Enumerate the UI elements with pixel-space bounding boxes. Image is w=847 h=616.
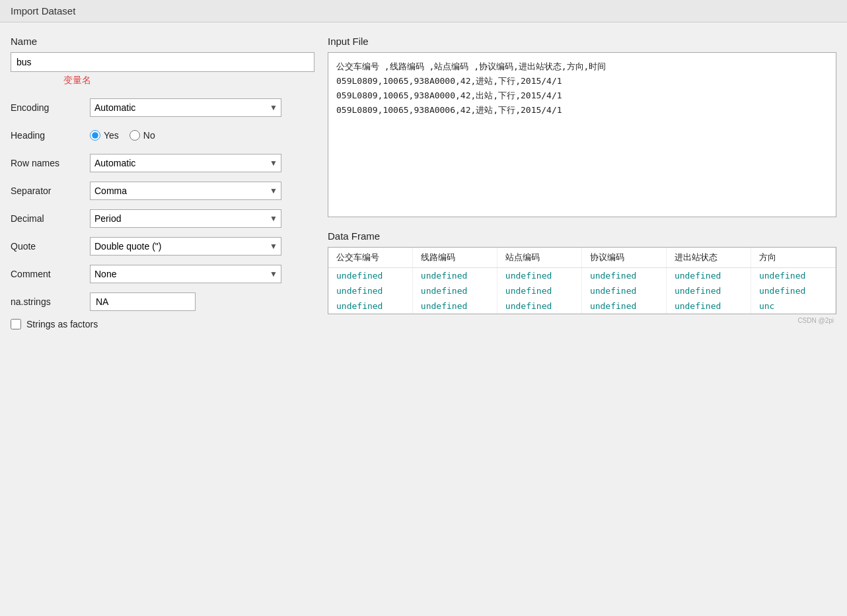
encoding-select-wrapper: Automatic UTF-8 Latin-1 ▼ [90,98,281,117]
watermark: CSDN @2pi [328,317,836,324]
strings-as-factors-checkbox[interactable] [11,319,21,329]
encoding-label: Encoding [11,102,90,113]
data-frame-table-wrapper: 公交车编号线路编码站点编码协议编码进出站状态方向undefinedundefin… [328,247,836,314]
decimal-select-wrapper: Period Comma ▼ [90,209,281,228]
decimal-select[interactable]: Period Comma [90,209,281,228]
table-row: undefinedundefinedundefinedundefinedunde… [328,298,836,314]
table-cell: undefined [328,268,412,284]
table-cell: undefined [328,298,412,314]
quote-select[interactable]: Double quote (") Single quote (') None [90,237,281,256]
table-cell: undefined [581,298,666,314]
data-frame-label: Data Frame [328,230,836,242]
table-row: undefinedundefinedundefinedundefinedunde… [328,283,836,298]
left-panel: Name 变量名 Encoding Automatic UTF-8 Latin-… [11,36,314,329]
heading-no-label: No [143,130,155,141]
name-input[interactable] [11,52,314,72]
right-panel: Input File 公交车编号 ,线路编码 ,站点编码 ,协议编码,进出站状态… [328,36,836,329]
data-frame-section: Data Frame 公交车编号线路编码站点编码协议编码进出站状态方向undef… [328,230,836,314]
column-header: 公交车编号 [328,248,412,268]
column-header: 站点编码 [497,248,581,268]
heading-yes-option[interactable]: Yes [90,130,119,141]
quote-label: Quote [11,241,90,252]
comment-label: Comment [11,269,90,279]
input-file-label: Input File [328,36,836,47]
heading-no-option[interactable]: No [129,130,155,141]
table-cell: undefined [412,298,497,314]
row-names-select[interactable]: Automatic None First column [90,154,281,172]
column-header: 进出站状态 [666,248,751,268]
column-header: 协议编码 [581,248,666,268]
table-cell: undefined [581,283,666,298]
data-frame-table: 公交车编号线路编码站点编码协议编码进出站状态方向undefinedundefin… [328,248,836,314]
table-cell: undefined [751,283,835,298]
comment-select-wrapper: None # ! % ▼ [90,265,281,283]
na-strings-label: na.strings [11,296,90,307]
strings-as-factors-label: Strings as factors [26,319,98,329]
input-file-section: Input File 公交车编号 ,线路编码 ,站点编码 ,协议编码,进出站状态… [328,36,836,217]
table-cell: undefined [666,268,751,284]
name-section-label: Name [11,36,314,47]
separator-select[interactable]: Comma Semicolon Tab Whitespace [90,182,281,200]
comment-row: Comment None # ! % ▼ [11,263,314,285]
table-cell: undefined [412,283,497,298]
decimal-label: Decimal [11,213,90,224]
table-cell: unc [751,298,835,314]
heading-yes-label: Yes [104,130,119,141]
table-cell: undefined [751,268,835,284]
heading-label: Heading [11,130,90,141]
column-header: 线路编码 [412,248,497,268]
heading-row: Heading Yes No [11,125,314,146]
separator-label: Separator [11,186,90,196]
table-cell: undefined [666,298,751,314]
heading-yes-radio[interactable] [90,130,100,141]
table-cell: undefined [497,268,581,284]
na-strings-input[interactable] [90,292,196,311]
decimal-row: Decimal Period Comma ▼ [11,208,314,229]
dialog-title: Import Dataset [11,5,75,17]
table-cell: undefined [328,283,412,298]
heading-radio-group: Yes No [90,130,155,141]
table-cell: undefined [581,268,666,284]
main-content: Name 变量名 Encoding Automatic UTF-8 Latin-… [0,22,847,343]
title-bar: Import Dataset [0,0,847,22]
quote-row: Quote Double quote (") Single quote (') … [11,236,314,257]
table-cell: undefined [497,283,581,298]
table-cell: undefined [666,283,751,298]
heading-no-radio[interactable] [129,130,140,141]
variable-name-hint: 变量名 [63,75,314,86]
encoding-select[interactable]: Automatic UTF-8 Latin-1 [90,98,281,117]
row-names-select-wrapper: Automatic None First column ▼ [90,154,281,172]
strings-as-factors-row: Strings as factors [11,319,314,329]
quote-select-wrapper: Double quote (") Single quote (') None ▼ [90,237,281,256]
na-strings-row: na.strings [11,291,314,312]
separator-row: Separator Comma Semicolon Tab Whitespace… [11,180,314,201]
table-row: undefinedundefinedundefinedundefinedunde… [328,268,836,284]
comment-select[interactable]: None # ! % [90,265,281,283]
row-names-row: Row names Automatic None First column ▼ [11,153,314,174]
row-names-label: Row names [11,158,90,168]
separator-select-wrapper: Comma Semicolon Tab Whitespace ▼ [90,182,281,200]
file-preview-box: 公交车编号 ,线路编码 ,站点编码 ,协议编码,进出站状态,方向,时间 059L… [328,52,836,217]
table-cell: undefined [497,298,581,314]
encoding-row: Encoding Automatic UTF-8 Latin-1 ▼ [11,97,314,118]
column-header: 方向 [751,248,835,268]
table-cell: undefined [412,268,497,284]
